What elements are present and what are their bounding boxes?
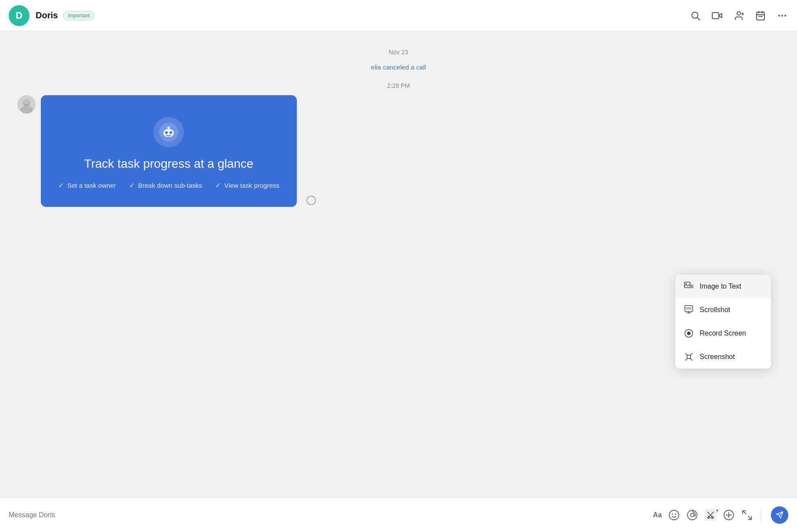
chat-header: D Doris important <box>0 0 797 31</box>
video-call-icon[interactable] <box>711 10 723 22</box>
input-divider <box>761 509 761 522</box>
svg-point-19 <box>23 99 30 105</box>
card-feature-1: ✓ Set a task owner <box>58 181 116 190</box>
emoji-icon[interactable] <box>668 509 680 521</box>
scrollshot-icon <box>684 305 694 315</box>
header-avatar: D <box>9 5 30 26</box>
font-size-icon[interactable]: Aa <box>653 511 662 519</box>
attach-icon[interactable] <box>723 509 735 521</box>
svg-point-46 <box>675 513 676 515</box>
svg-point-28 <box>686 283 687 285</box>
dropdown-item-record-screen[interactable]: Record Screen <box>675 322 771 345</box>
svg-point-4 <box>737 12 741 15</box>
sender-avatar <box>17 95 36 113</box>
screen-capture-icon[interactable]: ▾ <box>704 509 717 521</box>
feature-label-1: Set a task owner <box>67 182 116 189</box>
svg-line-1 <box>697 17 700 20</box>
svg-point-25 <box>167 126 170 129</box>
svg-point-38 <box>687 332 691 335</box>
send-button[interactable] <box>771 506 788 524</box>
bot-icon <box>153 117 184 147</box>
svg-line-58 <box>743 511 746 514</box>
image-to-text-icon <box>684 282 694 291</box>
svg-point-23 <box>165 131 168 134</box>
svg-point-14 <box>781 15 783 17</box>
card-title: Track task progress at a glance <box>84 157 254 171</box>
svg-point-15 <box>784 15 786 17</box>
contact-name: Doris <box>36 10 58 20</box>
check-icon-3: ✓ <box>215 181 221 190</box>
screenshot-icon <box>684 352 694 362</box>
svg-line-49 <box>707 512 710 514</box>
input-bar: Aa ▾ <box>0 497 797 532</box>
svg-rect-32 <box>685 306 693 312</box>
svg-point-24 <box>169 131 172 134</box>
search-icon[interactable] <box>689 10 701 22</box>
svg-point-44 <box>669 510 679 520</box>
scrollshot-label: Scrollshot <box>700 306 730 314</box>
add-user-icon[interactable] <box>733 10 745 22</box>
record-screen-icon <box>684 329 694 338</box>
system-message: elia canceled a call <box>17 63 780 71</box>
svg-rect-3 <box>712 13 719 19</box>
system-message-actor: elia <box>371 63 381 71</box>
svg-marker-2 <box>719 13 722 18</box>
more-options-icon[interactable] <box>776 10 788 22</box>
svg-point-13 <box>778 15 780 17</box>
screenshot-label: Screenshot <box>700 353 735 361</box>
record-screen-label: Record Screen <box>700 329 746 337</box>
svg-rect-20 <box>21 106 32 113</box>
message-status-circle <box>306 196 316 205</box>
feature-label-2: Break down sub-tasks <box>138 182 203 189</box>
check-icon-2: ✓ <box>129 181 135 190</box>
card-features: ✓ Set a task owner ✓ Break down sub-task… <box>58 181 279 190</box>
dropdown-item-image-to-text[interactable]: Image to Text <box>675 275 771 298</box>
dropdown-item-scrollshot[interactable]: Scrollshot <box>675 298 771 322</box>
header-actions <box>689 10 788 22</box>
svg-line-59 <box>748 516 751 519</box>
dropdown-item-screenshot[interactable]: Screenshot <box>675 345 771 369</box>
calendar-icon[interactable] <box>754 10 767 22</box>
dropdown-menu: Image to Text Scrollshot Re <box>675 275 771 369</box>
time-label: 2:28 PM <box>17 82 780 89</box>
expand-icon[interactable] <box>741 509 753 521</box>
contact-badge: important <box>63 11 94 20</box>
message-input[interactable] <box>9 511 647 519</box>
svg-point-45 <box>672 513 673 515</box>
mention-icon[interactable] <box>686 509 698 521</box>
header-name-section: Doris important <box>36 10 689 20</box>
card-feature-3: ✓ View task progress <box>215 181 279 190</box>
chat-area: Nov 23 elia canceled a call 2:28 PM <box>0 31 797 497</box>
svg-line-50 <box>711 512 714 514</box>
feature-label-3: View task progress <box>224 182 279 189</box>
message-image-card: Track task progress at a glance ✓ Set a … <box>41 95 297 207</box>
svg-point-48 <box>691 513 694 517</box>
message-row: Track task progress at a glance ✓ Set a … <box>17 95 780 207</box>
check-icon-1: ✓ <box>58 181 64 190</box>
card-feature-2: ✓ Break down sub-tasks <box>129 181 203 190</box>
system-message-text: canceled a call <box>381 63 426 71</box>
date-divider: Nov 23 <box>17 49 780 56</box>
image-to-text-label: Image to Text <box>700 283 741 290</box>
